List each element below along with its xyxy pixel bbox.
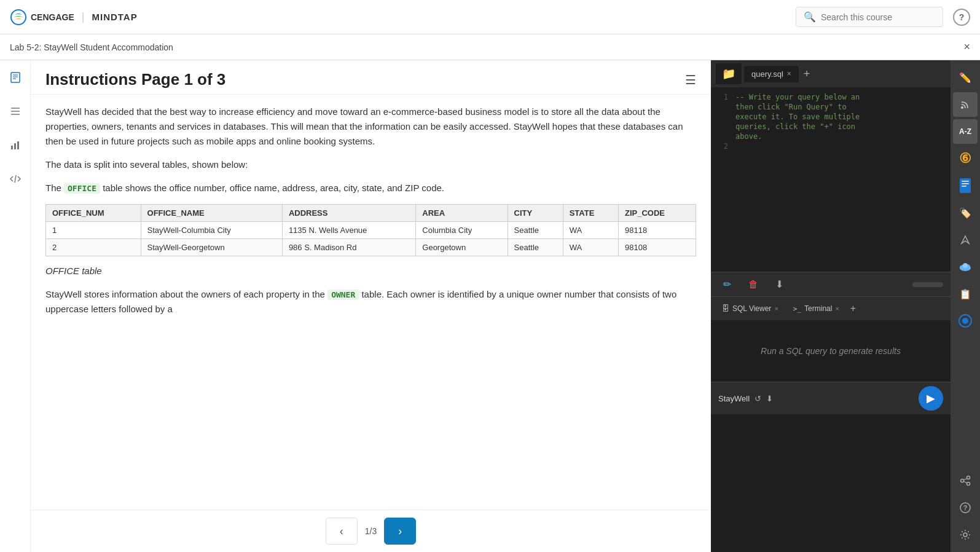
table-body: 1 StayWell-Columbia City 1135 N. Wells A… (46, 222, 696, 256)
close-terminal[interactable]: × (835, 305, 839, 312)
line-number (716, 103, 728, 111)
add-bottom-tab-button[interactable]: + (850, 303, 856, 314)
cengage-logo: CENGAGE (10, 9, 74, 26)
svg-point-25 (967, 483, 970, 486)
svg-rect-15 (962, 183, 969, 184)
prev-page-button[interactable]: ‹ (326, 518, 358, 545)
svg-text:?: ? (963, 504, 968, 511)
svg-rect-16 (962, 186, 966, 187)
rss-icon[interactable] (953, 92, 978, 117)
sidebar-icon-code[interactable] (6, 169, 25, 192)
close-button[interactable]: × (963, 41, 970, 53)
line-number (716, 132, 728, 141)
bottom-panel: 🗄 SQL Viewer × >_ Terminal × + Run a SQL… (711, 296, 951, 382)
sql-results-text: Run a SQL query to generate results (761, 346, 901, 356)
para2: The data is split into several tables, s… (45, 157, 696, 172)
save-icon[interactable]: ⬇ (766, 394, 773, 403)
notebook-icon[interactable]: 📋 (953, 282, 978, 306)
sidebar-icon-book[interactable] (6, 68, 25, 90)
svg-rect-9 (14, 143, 16, 149)
cloud-icon[interactable] (953, 254, 978, 279)
cengage-logo-icon (10, 9, 27, 26)
far-right-sidebar: ✏️ A-Z ⑥ 🏷️ (951, 60, 980, 552)
svg-point-20 (963, 263, 968, 268)
help-icon[interactable]: ? (953, 9, 970, 26)
code-editor[interactable]: 1 -- Write your query below an then clic… (711, 87, 951, 272)
next-page-button[interactable]: › (384, 518, 416, 545)
db-label: StayWell (718, 394, 750, 403)
sidebar-icon-list[interactable] (6, 101, 25, 124)
edit-button[interactable]: ✏ (718, 276, 736, 293)
breadcrumb: Lab 5-2: StayWell Student Accommodation (10, 42, 173, 52)
svg-point-12 (961, 106, 963, 109)
search-input[interactable] (821, 12, 935, 22)
cell-state: WA (563, 239, 618, 256)
query-file-tab[interactable]: query.sql × (744, 66, 799, 82)
menu-icon[interactable]: ☰ (685, 73, 696, 87)
pagination: ‹ 1/3 › (31, 510, 711, 552)
line-content: then click "Run Query" to (735, 103, 847, 111)
blue-book-icon[interactable] (953, 173, 978, 198)
mindtap-brand-text: MINDTAP (92, 12, 137, 22)
sidebar-icon-chart[interactable] (6, 135, 25, 158)
circle-record-icon[interactable] (953, 309, 978, 333)
cell-office-name: StayWell-Georgetown (141, 239, 282, 256)
svg-line-26 (963, 478, 967, 480)
office-table: OFFICE_NUM OFFICE_NAME ADDRESS AREA CITY… (45, 204, 696, 256)
col-state: STATE (563, 205, 618, 222)
settings-icon[interactable] (953, 522, 978, 547)
code-line-cont2: execute it. To save multiple (711, 112, 951, 122)
run-query-button[interactable]: ▶ (919, 386, 943, 411)
brand-divider: | (82, 10, 85, 23)
svg-point-30 (963, 533, 967, 537)
badge-icon[interactable]: ⑥ (953, 146, 978, 171)
top-navigation: CENGAGE | MINDTAP 🔍 ? (0, 0, 980, 34)
cell-zip: 98118 (618, 222, 696, 239)
para4-prefix: StayWell stores information about the ow… (45, 289, 327, 299)
svg-line-11 (15, 175, 16, 183)
sql-viewer-tab[interactable]: 🗄 SQL Viewer × (716, 302, 785, 315)
para3-suffix: table shows the office number, office na… (100, 183, 444, 193)
close-sql-viewer[interactable]: × (774, 305, 778, 312)
add-tab-button[interactable]: + (804, 68, 810, 81)
footer-right: ▶ (919, 386, 943, 411)
para1: StayWell has decided that the best way t… (45, 104, 696, 149)
table-header: OFFICE_NUM OFFICE_NAME ADDRESS AREA CITY… (46, 205, 696, 222)
terminal-icon: >_ (793, 305, 801, 313)
code-line-cont4: above. (711, 132, 951, 141)
line-content: -- Write your query below an (735, 93, 860, 101)
instructions-body: StayWell has decided that the best way t… (31, 95, 711, 510)
cell-zip: 98108 (618, 239, 696, 256)
owner-badge: OWNER (327, 290, 359, 300)
red-tag-icon[interactable]: 🏷️ (953, 200, 978, 225)
cell-office-num: 2 (46, 239, 141, 256)
line-number (716, 122, 728, 131)
question-icon[interactable]: ? (953, 495, 978, 520)
cell-area: Georgetown (416, 239, 508, 256)
page-title: Instructions Page 1 of 3 (45, 70, 685, 89)
az-glossary-icon[interactable]: A-Z (953, 119, 978, 144)
para3-prefix: The (45, 183, 64, 193)
line-content: queries, click the "+" icon (735, 122, 855, 131)
folder-tab[interactable]: 📁 (716, 63, 742, 84)
share2-icon[interactable] (953, 468, 978, 493)
svg-rect-10 (17, 141, 19, 149)
download-button[interactable]: ⬇ (770, 276, 788, 293)
share-icon[interactable] (953, 227, 978, 252)
delete-button[interactable]: 🗑 (743, 277, 763, 293)
table-caption: OFFICE table (45, 264, 696, 278)
brand-area: CENGAGE | MINDTAP (10, 9, 138, 26)
terminal-tab[interactable]: >_ Terminal × (787, 302, 845, 315)
code-line-cont3: queries, click the "+" icon (711, 122, 951, 132)
bottom-tabs: 🗄 SQL Viewer × >_ Terminal × + (711, 297, 951, 320)
table-row: 2 StayWell-Georgetown 986 S. Madison Rd … (46, 239, 696, 256)
svg-point-0 (11, 10, 26, 25)
search-bar[interactable]: 🔍 (796, 7, 943, 27)
svg-point-22 (962, 318, 968, 324)
history-icon[interactable]: ↺ (755, 394, 761, 403)
col-address: ADDRESS (282, 205, 415, 222)
svg-line-27 (963, 481, 967, 483)
main-layout: Instructions Page 1 of 3 ☰ StayWell has … (0, 60, 980, 552)
pencil-tool-icon[interactable]: ✏️ (953, 65, 978, 90)
close-file-tab[interactable]: × (787, 69, 791, 78)
